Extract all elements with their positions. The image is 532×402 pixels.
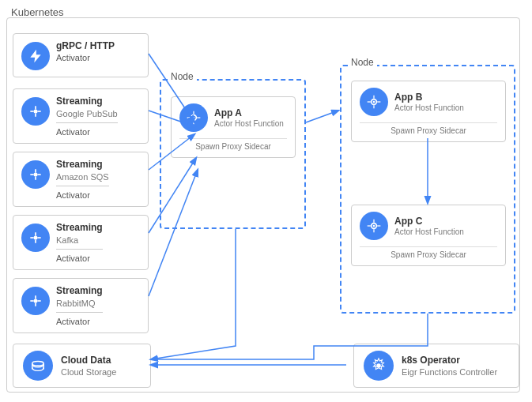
app-c-box: App C Actor Host Function Spawn Proxy Si…: [351, 205, 506, 266]
cloud-data-box: Cloud Data Cloud Storage: [13, 344, 151, 388]
k8s-operator-subtitle: Eigr Functions Controller: [402, 367, 497, 377]
kafka-activator: Activator: [56, 254, 103, 263]
app-a-box: App A Actor Host Function Spawn Proxy Si…: [171, 96, 296, 158]
grpc-title: gRPC / HTTP: [56, 40, 115, 53]
app-b-icon: [360, 88, 388, 116]
sqs-activator: Activator: [56, 190, 109, 200]
k8s-operator-box: k8s Operator Eigr Functions Controller: [353, 344, 519, 388]
app-a-subtitle: Actor Host Function: [214, 119, 284, 128]
pubsub-subtitle: Google PubSub: [56, 109, 118, 118]
pubsub-component: Streaming Google PubSub Activator: [13, 88, 149, 144]
svg-point-11: [34, 236, 38, 240]
cloud-data-title: Cloud Data: [61, 355, 116, 366]
kafka-title: Streaming: [56, 222, 103, 235]
node-right-label: Node: [348, 57, 377, 68]
app-a-title: App A: [214, 107, 284, 118]
svg-point-16: [34, 299, 38, 303]
kafka-subtitle: Kafka: [56, 235, 103, 245]
grpc-component: gRPC / HTTP Activator: [13, 33, 149, 77]
pubsub-icon: [21, 97, 50, 126]
app-c-icon: [360, 212, 388, 240]
grpc-icon: [21, 42, 50, 70]
sqs-subtitle: Amazon SQS: [56, 172, 109, 182]
grpc-activator: Activator: [56, 53, 115, 62]
app-a-icon: [179, 103, 208, 132]
rabbitmq-subtitle: RabbitMQ: [56, 299, 103, 308]
svg-point-6: [34, 173, 38, 177]
app-a-spawn: Spawn Proxy Sidecar: [179, 142, 287, 151]
svg-point-42: [376, 363, 381, 368]
svg-point-34: [373, 225, 375, 227]
app-c-spawn: Spawn Proxy Sidecar: [360, 250, 497, 259]
svg-marker-0: [30, 50, 40, 63]
pubsub-activator: Activator: [56, 127, 118, 137]
cloud-data-subtitle: Cloud Storage: [61, 367, 116, 377]
kubernetes-label: Kubernetes: [11, 6, 64, 18]
kafka-icon: [21, 224, 50, 252]
kafka-component: Streaming Kafka Activator: [13, 215, 149, 270]
rabbitmq-title: Streaming: [56, 285, 103, 298]
node-left-box: Node App A Actor Host Function Spawn Pro…: [160, 79, 306, 229]
app-b-spawn: Spawn Proxy Sidecar: [360, 126, 497, 135]
app-b-title: App B: [394, 92, 464, 103]
diagram-container: Kubernetes gRPC / HTTP Activator Streami…: [0, 0, 532, 402]
rabbitmq-activator: Activator: [56, 317, 103, 326]
app-b-subtitle: Actor Host Function: [394, 103, 464, 112]
svg-point-39: [32, 362, 44, 366]
rabbitmq-icon: [21, 287, 50, 315]
sqs-title: Streaming: [56, 159, 109, 171]
pubsub-title: Streaming: [56, 96, 118, 108]
sqs-component: Streaming Amazon SQS Activator: [13, 152, 149, 207]
svg-point-1: [34, 110, 38, 114]
rabbitmq-component: Streaming RabbitMQ Activator: [13, 278, 149, 333]
svg-point-22: [193, 117, 195, 119]
node-right-box: Node App B Actor Host Function Spawn Pro…: [340, 65, 515, 314]
app-b-box: App B Actor Host Function Spawn Proxy Si…: [351, 81, 506, 142]
k8s-operator-title: k8s Operator: [402, 355, 497, 366]
svg-point-28: [373, 101, 375, 103]
cloud-data-icon: [23, 351, 53, 381]
sqs-icon: [21, 160, 50, 189]
app-c-title: App C: [394, 216, 464, 227]
k8s-operator-icon: [364, 351, 394, 381]
node-left-label: Node: [168, 71, 197, 82]
app-c-subtitle: Actor Host Function: [394, 227, 464, 236]
